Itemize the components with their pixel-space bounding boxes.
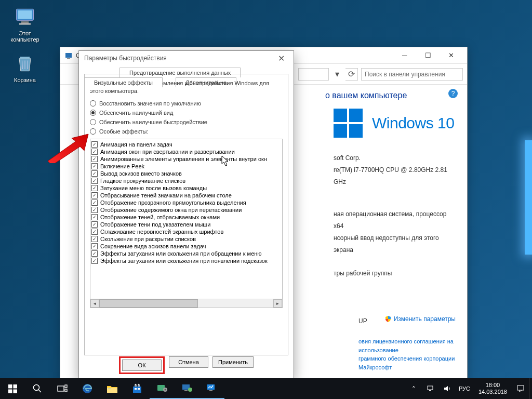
ok-button[interactable]: ОК: [122, 360, 162, 371]
tab-visual-effects[interactable]: Визуальные эффекты: [84, 77, 163, 87]
license-link[interactable]: овия лицензионного соглашения на использ…: [358, 337, 467, 371]
manufacturer-value: soft Corp.: [334, 152, 457, 164]
effect-check-row[interactable]: ✓Отображение тени под указателем мыши: [91, 221, 281, 228]
effect-check-row[interactable]: ✓Отображение прозрачного прямоугольника …: [91, 199, 281, 206]
tray-volume-icon[interactable]: [439, 378, 456, 399]
checkbox-icon: ✓: [91, 258, 98, 264]
scroll-thumb[interactable]: [99, 299, 198, 308]
show-desktop-button[interactable]: [529, 378, 532, 399]
checkbox-icon: ✓: [91, 163, 98, 169]
minimize-button[interactable]: ─: [393, 48, 416, 63]
effect-label: Вывод эскизов вместо значков: [100, 170, 182, 177]
search-button[interactable]: [25, 378, 50, 399]
effect-check-row[interactable]: ✓Гладкое прокручивание списков: [91, 177, 281, 184]
taskbar-app-system[interactable]: [175, 378, 200, 399]
windows-logo-icon: [334, 109, 363, 138]
start-button[interactable]: [0, 378, 25, 399]
tray-up-icon[interactable]: ˄: [406, 378, 422, 399]
effect-check-row[interactable]: ✓Сохранение вида эскизов панели задач: [91, 243, 281, 250]
action-center-button[interactable]: [512, 378, 529, 399]
effect-label: Включение Peek: [100, 163, 144, 169]
desktop: Этот компьютер Корзина: [5, 5, 45, 92]
svg-rect-23: [135, 388, 137, 390]
cancel-button[interactable]: Отмена: [169, 356, 208, 368]
scroll-track[interactable]: [99, 299, 273, 308]
effect-check-row[interactable]: ✓Анимация на панели задач: [91, 141, 281, 148]
scroll-right-button[interactable]: ▸: [273, 299, 282, 308]
checkbox-icon: ✓: [91, 221, 98, 228]
radio-best-appearance[interactable]: Обеспечить наилучший вид: [90, 110, 283, 116]
svg-rect-1: [18, 10, 32, 19]
svg-rect-4: [20, 57, 30, 59]
effects-checklist[interactable]: ✓Анимация на панели задач✓Анимация окон …: [90, 139, 283, 308]
effect-label: Отображение тени под указателем мыши: [100, 221, 210, 228]
effect-label: Эффекты затухания или скольжения при поя…: [100, 258, 268, 264]
effect-check-row[interactable]: ✓Сглаживание неровностей экранных шрифто…: [91, 228, 281, 235]
effect-check-row[interactable]: ✓Анимация окон при свертывании и разверт…: [91, 148, 281, 155]
checkbox-icon: ✓: [91, 214, 98, 220]
ok-highlight: ОК: [119, 356, 165, 374]
horizontal-scrollbar[interactable]: ◂ ▸: [90, 299, 282, 308]
svg-rect-11: [13, 384, 17, 389]
effect-check-row[interactable]: ✓Анимированные элементы управления и эле…: [91, 155, 281, 163]
refresh-button[interactable]: ⟳: [345, 68, 358, 81]
taskbar-app-store[interactable]: [125, 378, 150, 399]
effect-check-row[interactable]: ✓Отображение теней, отбрасываемых окнами: [91, 214, 281, 221]
effect-check-row[interactable]: ✓Включение Peek: [91, 163, 281, 170]
effect-label: Гладкое прокручивание списков: [100, 178, 185, 184]
desktop-light-accent: [525, 140, 532, 255]
maximize-button[interactable]: ☐: [416, 48, 440, 63]
effect-check-row[interactable]: ✓Отображение содержимого окна при перета…: [91, 206, 281, 214]
svg-rect-21: [108, 389, 111, 389]
system-type-value: ная операционная система, процессор x64: [334, 208, 457, 232]
perf-titlebar[interactable]: Параметры быстродействия ✕: [79, 51, 294, 65]
address-bar[interactable]: [298, 68, 329, 81]
effect-check-row[interactable]: ✓Эффекты затухания или скольжения при по…: [91, 257, 281, 264]
radio-custom[interactable]: Особые эффекты:: [90, 128, 283, 135]
tray-network-icon[interactable]: [422, 378, 439, 399]
taskbar-app-explorer[interactable]: [100, 378, 125, 399]
desktop-icon-recycle-bin[interactable]: Корзина: [5, 52, 45, 83]
radio-icon: [90, 128, 96, 135]
svg-rect-3: [19, 23, 31, 25]
checkbox-icon: ✓: [91, 250, 98, 257]
radio-let-windows-choose[interactable]: Восстановить значения по умолчанию: [90, 100, 283, 107]
taskbar-app-edge[interactable]: [75, 378, 100, 399]
tray-clock[interactable]: 18:00 14.03.2018: [473, 382, 512, 395]
taskbar: ˄ РУС 18:00 14.03.2018: [0, 378, 532, 399]
search-input[interactable]: [361, 68, 463, 81]
task-view-button[interactable]: [50, 378, 75, 399]
checkbox-icon: ✓: [91, 243, 98, 249]
dialog-performance-options: Параметры быстродействия ✕ Предотвращени…: [78, 50, 294, 379]
tray-language[interactable]: РУС: [456, 385, 473, 392]
perf-title-text: Параметры быстродействия: [84, 55, 167, 62]
effect-check-row[interactable]: ✓Скольжение при раскрытии списков: [91, 235, 281, 243]
close-button[interactable]: ✕: [440, 48, 463, 63]
svg-rect-9: [67, 58, 70, 59]
scroll-left-button[interactable]: ◂: [90, 299, 99, 308]
taskbar-app-control-panel[interactable]: [150, 378, 175, 399]
svg-rect-34: [429, 390, 431, 391]
address-dropdown-icon[interactable]: ▾: [332, 69, 342, 79]
effect-label: Отображение теней, отбрасываемых окнами: [100, 214, 220, 220]
tab-panel-visual-effects: Выберите параметры оформления и быстроде…: [84, 74, 288, 355]
change-params-link[interactable]: Изменить параметры: [384, 315, 456, 323]
checkbox-icon: ✓: [91, 156, 98, 162]
radio-best-performance[interactable]: Обеспечить наилучшее быстродействие: [90, 119, 283, 125]
effect-check-row[interactable]: ✓Отбрасывание теней значками на рабочем …: [91, 192, 281, 199]
help-icon[interactable]: ?: [448, 89, 458, 98]
workgroup-label: тры рабочей группы: [334, 268, 457, 280]
desktop-icon-this-pc[interactable]: Этот компьютер: [5, 5, 45, 43]
effect-label: Затухание меню после вызова команды: [100, 185, 207, 191]
svg-rect-17: [65, 385, 67, 388]
svg-rect-8: [65, 53, 72, 58]
checkbox-icon: ✓: [91, 192, 98, 198]
svg-rect-10: [8, 384, 12, 389]
effect-check-row[interactable]: ✓Затухание меню после вызова команды: [91, 184, 281, 192]
windows-brand-text: Windows 10: [372, 114, 454, 132]
apply-button[interactable]: Применить: [212, 356, 254, 368]
effect-check-row[interactable]: ✓Эффекты затухания или скольжения при об…: [91, 250, 281, 257]
taskbar-app-performance[interactable]: [200, 378, 224, 399]
effect-check-row[interactable]: ✓Вывод эскизов вместо значков: [91, 170, 281, 177]
close-button[interactable]: ✕: [274, 52, 288, 64]
